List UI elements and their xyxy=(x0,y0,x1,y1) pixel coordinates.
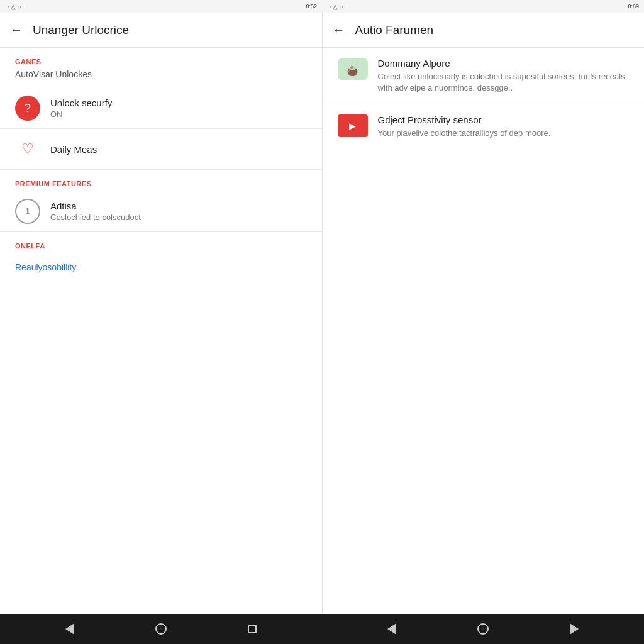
gdject-prosstivity-desc: Your plavelive colothe:tactraliloys of d… xyxy=(378,128,630,139)
dommany-alpore-desc: Colect like unlocenarly is coloched is s… xyxy=(378,71,630,94)
left-toolbar: ← Unanger Urlocrice xyxy=(0,13,322,48)
dommany-alpore-item[interactable]: 🧉 Dommany Alpore Colect like unlocenarly… xyxy=(323,48,645,104)
gdject-prosstivity-item[interactable]: ▶ Gdject Prosstivity sensor Your plaveli… xyxy=(323,104,645,149)
recent-tri-right xyxy=(570,623,579,635)
unlock-securfy-item[interactable]: ? Unlock securfy ON xyxy=(0,88,322,129)
ganes-section-label: GANES xyxy=(0,48,322,69)
premium-features-label: PREMIUM FEATURES xyxy=(0,170,322,191)
left-screen-title: Unanger Urlocrice xyxy=(33,23,129,37)
back-triangle-right xyxy=(387,623,396,635)
nav-back-left[interactable] xyxy=(65,623,74,635)
daily-meas-title: Daily Meas xyxy=(50,144,307,155)
status-bar: ○ △ ○ 0:52 ○ △ ○ 0:69 xyxy=(0,0,644,13)
left-content: GANES AutoVisar Unlockes ? Unlock securf… xyxy=(0,48,322,614)
daily-meas-item[interactable]: ♡ Daily Meas xyxy=(0,129,322,170)
reaulyosobillity-link[interactable]: Reaulyosobillity xyxy=(0,253,322,281)
status-bar-right: ○ △ ○ 0:69 xyxy=(322,0,644,13)
left-back-button[interactable]: ← xyxy=(10,23,23,37)
youtube-icon: ▶ xyxy=(338,114,368,137)
nav-recent-left[interactable] xyxy=(248,625,257,633)
adtisa-item[interactable]: 1 Adtisa Coslochied to colscudoct xyxy=(0,191,322,232)
nav-home-left[interactable] xyxy=(155,623,167,635)
dommany-alpore-title: Dommany Alpore xyxy=(378,58,630,69)
right-toolbar: ← Autio Farumen xyxy=(323,13,645,48)
nav-home-right[interactable] xyxy=(477,623,489,635)
left-screen: ← Unanger Urlocrice GANES AutoVisar Unlo… xyxy=(0,13,323,614)
adtisa-subtitle: Coslochied to colscudoct xyxy=(50,213,307,222)
status-time-right: 0:69 xyxy=(628,3,639,9)
autovisar-subtitle: AutoVisar Unlockes xyxy=(0,69,322,88)
back-triangle-left xyxy=(65,623,74,635)
nav-right xyxy=(322,614,644,644)
status-bar-left: ○ △ ○ 0:52 xyxy=(0,0,322,13)
nav-bar xyxy=(0,614,644,644)
nav-left xyxy=(0,614,322,644)
unlock-securfy-title: Unlock securfy xyxy=(50,97,307,108)
home-circle-right xyxy=(477,623,489,635)
right-back-button[interactable]: ← xyxy=(333,23,345,37)
gdject-prosstivity-title: Gdject Prosstivity sensor xyxy=(378,114,630,125)
gdject-prosstivity-body: Gdject Prosstivity sensor Your plavelive… xyxy=(378,114,630,139)
unlock-securfy-text: Unlock securfy ON xyxy=(50,97,307,119)
nav-back-right[interactable] xyxy=(387,623,396,635)
unlock-icon: ? xyxy=(15,96,40,121)
heart-icon: ♡ xyxy=(15,136,40,162)
onelfa-label: ONELFA xyxy=(0,232,322,253)
right-screen: ← Autio Farumen 🧉 Dommany Alpore Colect … xyxy=(323,13,645,614)
home-circle-left xyxy=(155,623,167,635)
adtisa-title: Adtisa xyxy=(50,201,307,211)
screens-row: ← Unanger Urlocrice GANES AutoVisar Unlo… xyxy=(0,13,644,614)
status-icons-right: ○ △ ○ xyxy=(327,3,343,10)
shield-icon: 1 xyxy=(15,199,40,224)
status-icons-left: ○ △ ○ xyxy=(5,3,21,10)
recent-square-left xyxy=(248,625,257,633)
daily-meas-text: Daily Meas xyxy=(50,144,307,155)
right-content: 🧉 Dommany Alpore Colect like unlocenarly… xyxy=(323,48,645,614)
adtisa-text: Adtisa Coslochied to colscudoct xyxy=(50,201,307,222)
unlock-securfy-subtitle: ON xyxy=(50,109,307,119)
green-app-icon: 🧉 xyxy=(338,58,368,80)
dommany-alpore-body: Dommany Alpore Colect like unlocenarly i… xyxy=(378,58,630,94)
status-time-left: 0:52 xyxy=(306,3,317,9)
right-screen-title: Autio Farumen xyxy=(355,23,434,37)
nav-recent-right[interactable] xyxy=(570,623,579,635)
